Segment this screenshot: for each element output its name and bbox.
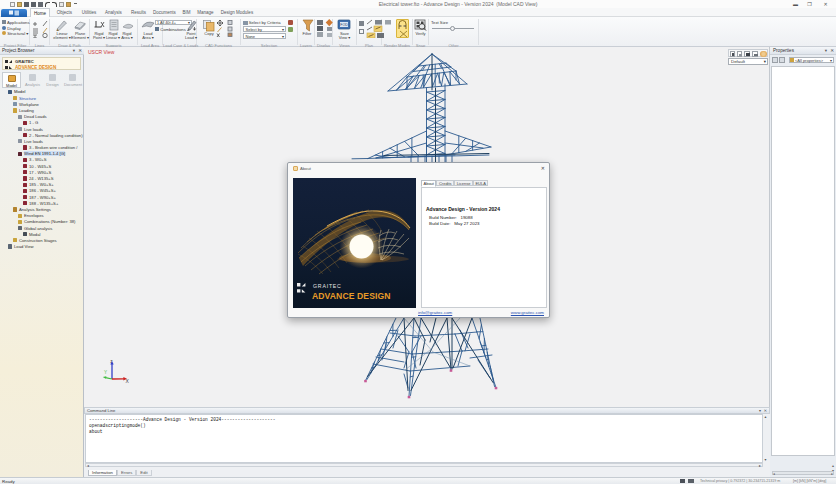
svg-text:Y: Y [104,370,107,375]
svg-text:ADVANCE DESIGN: ADVANCE DESIGN [312,291,391,301]
svg-text:X: X [126,378,130,384]
svg-text:GRAITEC: GRAITEC [313,283,342,289]
svg-text:FOD: FOD [340,23,348,27]
